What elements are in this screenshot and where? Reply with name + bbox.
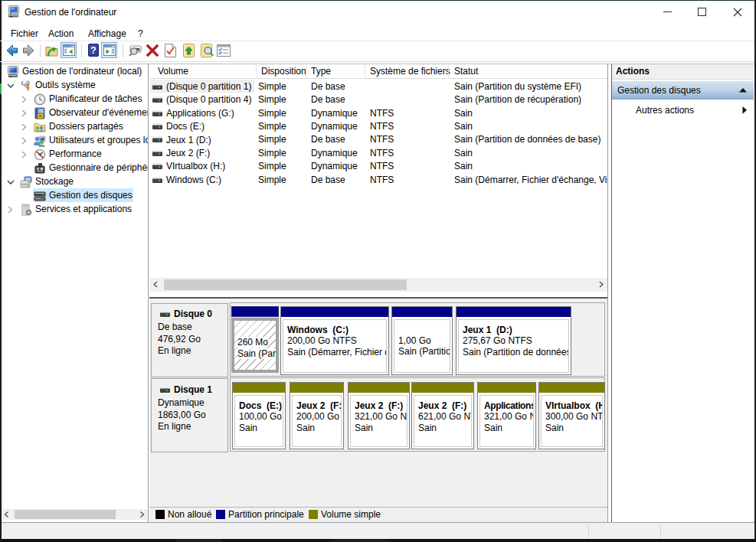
svg-text:?: ? [90, 44, 97, 56]
